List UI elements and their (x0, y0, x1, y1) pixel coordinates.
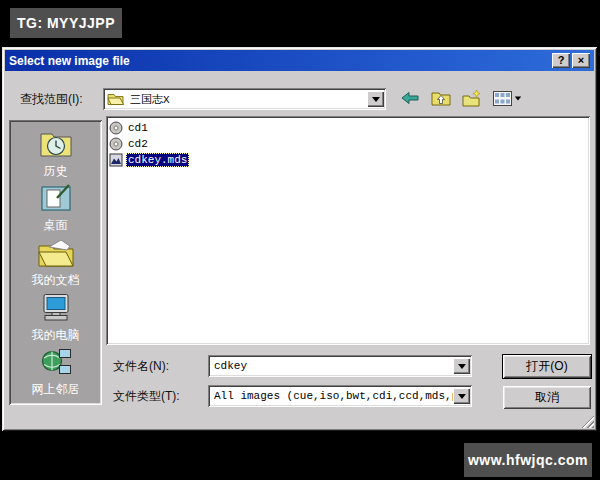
file-name: cd2 (126, 137, 150, 151)
tg-badge: TG: MYYJJPP (10, 8, 122, 38)
my-documents-icon (37, 238, 75, 272)
dialog-title: Select new image file (9, 54, 550, 68)
file-row-cd2[interactable]: cd2 (109, 136, 587, 152)
place-my-computer[interactable]: 我的电脑 (32, 293, 80, 342)
back-button[interactable] (398, 88, 422, 108)
file-row-cd1[interactable]: cd1 (109, 120, 587, 136)
new-folder-button[interactable] (460, 88, 484, 108)
look-in-dropdown-arrow[interactable] (367, 91, 384, 107)
place-label: 桌面 (44, 219, 68, 232)
file-name-dropdown-arrow[interactable] (453, 358, 470, 374)
dialog-titlebar[interactable]: Select new image file ? × (5, 50, 594, 71)
desktop-icon (39, 183, 73, 217)
open-file-dialog: Select new image file ? × 查找范围(I): 三国志X (2, 47, 597, 431)
look-in-label: 查找范围(I): (20, 88, 83, 110)
place-label: 历史 (44, 165, 68, 178)
new-folder-icon (462, 90, 482, 107)
file-name: cd1 (126, 121, 150, 135)
dialog-toolbar (398, 88, 523, 108)
view-menu-button[interactable] (491, 88, 523, 108)
history-icon (38, 129, 74, 163)
view-list-icon (493, 91, 512, 106)
close-button[interactable]: × (572, 53, 590, 68)
place-my-documents[interactable]: 我的文档 (32, 238, 80, 287)
look-in-combobox[interactable]: 三国志X (103, 88, 386, 110)
up-one-level-button[interactable] (429, 88, 453, 108)
open-folder-icon (107, 92, 125, 106)
place-network-places[interactable]: 网上邻居 (32, 347, 80, 396)
open-button[interactable]: 打开(O) (503, 355, 591, 378)
file-list[interactable]: cd1 cd2 cdkey.mds (106, 116, 590, 345)
place-label: 我的电脑 (32, 329, 80, 342)
disc-icon (109, 121, 123, 135)
watermark-badge: www.hfwjqc.com (464, 443, 592, 477)
place-history[interactable]: 历史 (38, 129, 74, 178)
cancel-button[interactable]: 取消 (503, 386, 591, 409)
help-button[interactable]: ? (552, 53, 570, 68)
view-menu-arrow-icon (514, 96, 520, 100)
place-desktop[interactable]: 桌面 (39, 183, 73, 232)
file-type-combobox[interactable]: All images (cue,iso,bwt,cdi,ccd,mds,p (208, 385, 472, 407)
disc-icon (109, 137, 123, 151)
file-type-dropdown-arrow[interactable] (453, 388, 470, 404)
file-name: cdkey.mds (126, 153, 189, 167)
resize-grip-icon[interactable] (581, 415, 594, 428)
place-label: 我的文档 (32, 274, 80, 287)
my-computer-icon (39, 293, 73, 327)
mds-file-icon (109, 153, 123, 167)
places-bar: 历史 桌面 (9, 120, 102, 405)
network-places-icon (39, 347, 73, 381)
folder-up-icon (431, 90, 451, 106)
file-name-combobox[interactable]: cdkey (208, 355, 472, 377)
file-name-value: cdkey (212, 360, 453, 372)
file-name-label: 文件名(N): (113, 355, 169, 377)
back-arrow-icon (401, 91, 419, 105)
file-type-value: All images (cue,iso,bwt,cdi,ccd,mds,p (212, 390, 453, 402)
look-in-value: 三国志X (128, 92, 367, 107)
file-row-cdkey-mds[interactable]: cdkey.mds (109, 152, 587, 168)
place-label: 网上邻居 (32, 383, 80, 396)
screenshot-stage: TG: MYYJJPP Select new image file ? × 查找… (0, 0, 600, 480)
file-type-label: 文件类型(T): (113, 385, 180, 407)
